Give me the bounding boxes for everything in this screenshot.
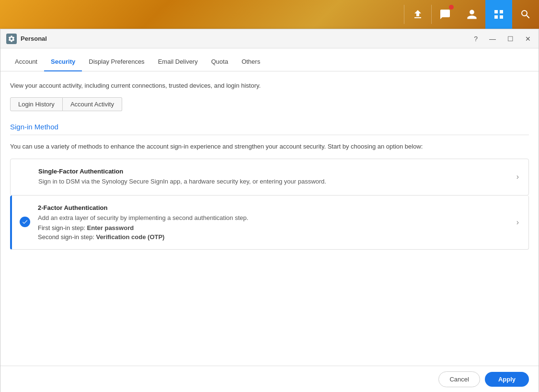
notification-dot [449, 5, 454, 10]
help-button[interactable]: ? [472, 34, 480, 44]
search-icon-btn[interactable] [512, 0, 539, 29]
two-factor-card[interactable]: 2-Factor Authentication Add an extra lay… [10, 196, 529, 250]
cancel-button[interactable]: Cancel [438, 371, 480, 387]
top-bar [0, 0, 539, 29]
tab-account[interactable]: Account [8, 52, 44, 71]
maximize-button[interactable]: ☐ [505, 34, 516, 44]
single-factor-content: Single-Factor Authentication Sign in to … [38, 168, 511, 186]
single-factor-chevron: › [516, 173, 519, 181]
close-button[interactable]: ✕ [523, 34, 533, 44]
subtab-login-history[interactable]: Login History [10, 97, 63, 111]
checkmark-icon [22, 219, 28, 225]
signin-method-title: Sign-in Method [10, 123, 529, 131]
user-icon [466, 9, 478, 20]
tab-others[interactable]: Others [235, 52, 267, 71]
two-factor-step1: First sign-in step: Enter password [38, 224, 511, 231]
minimize-button[interactable]: — [487, 34, 498, 44]
message-icon [439, 9, 451, 20]
grid-icon-btn[interactable] [485, 0, 512, 29]
message-icon-btn[interactable] [432, 0, 459, 29]
grid-icon [493, 9, 505, 20]
window-title: Personal [21, 35, 472, 42]
two-factor-title: 2-Factor Authentication [38, 204, 511, 211]
single-factor-card[interactable]: Single-Factor Authentication Sign in to … [10, 159, 529, 196]
search-icon [520, 9, 531, 20]
section-divider [10, 135, 529, 135]
two-factor-content: 2-Factor Authentication Add an extra lay… [38, 204, 511, 241]
sub-tab-bar: Login History Account Activity [10, 97, 529, 111]
step1-value: Enter password [87, 224, 134, 231]
user-icon-btn[interactable] [459, 0, 485, 29]
bottom-bar: Cancel Apply [0, 366, 539, 392]
top-bar-icons [404, 0, 539, 29]
step1-label: First sign-in step: [38, 224, 85, 231]
window: Personal ? — ☐ ✕ Account Security Displa… [0, 29, 539, 392]
two-factor-step2: Second sign-in step: Verification code (… [38, 233, 511, 241]
account-activity-description: View your account activity, including cu… [10, 81, 529, 91]
step2-label: Second sign-in step: [38, 233, 94, 241]
single-factor-title: Single-Factor Authentication [38, 168, 511, 175]
app-icon [6, 34, 17, 44]
tab-email[interactable]: Email Delivery [151, 52, 205, 71]
signin-method-description: You can use a variety of methods to enha… [10, 142, 529, 151]
window-controls: ? — ☐ ✕ [472, 34, 533, 44]
two-factor-chevron: › [516, 218, 519, 227]
two-factor-check [20, 217, 31, 228]
step2-value: Verification code (OTP) [96, 233, 164, 241]
subtab-account-activity[interactable]: Account Activity [63, 97, 122, 111]
check-circle [20, 217, 30, 227]
tab-quota[interactable]: Quota [205, 52, 235, 71]
upload-icon-btn[interactable] [404, 0, 431, 29]
single-factor-desc: Sign in to DSM via the Synology Secure S… [38, 177, 511, 186]
two-factor-desc: Add an extra layer of security by implem… [38, 213, 511, 223]
content-area: View your account activity, including cu… [0, 71, 539, 392]
tab-display[interactable]: Display Preferences [82, 52, 151, 71]
gear-icon [8, 35, 15, 43]
tab-bar: Account Security Display Preferences Ema… [0, 48, 539, 71]
single-factor-check [20, 171, 32, 183]
tab-security[interactable]: Security [44, 52, 82, 71]
upload-icon [412, 9, 424, 20]
apply-button[interactable]: Apply [485, 372, 529, 387]
titlebar: Personal ? — ☐ ✕ [0, 29, 539, 48]
